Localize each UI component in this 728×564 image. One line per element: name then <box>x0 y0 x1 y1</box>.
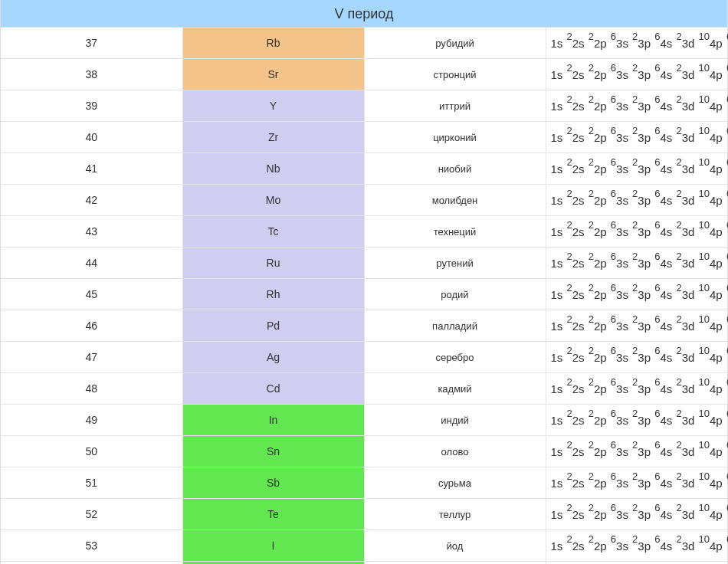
table-row: 49Inиндий1s 22s 22p 63s 23p 64s 23d 104p… <box>1 405 727 436</box>
table-row: 50Snолово1s 22s 22p 63s 23p 64s 23d 104p… <box>1 436 727 467</box>
electron-configuration: 1s 22s 22p 63s 23p 64s 23d 104p 65s 24d … <box>546 562 727 565</box>
element-symbol: Xe <box>182 562 364 565</box>
element-symbol: Tc <box>182 216 364 248</box>
table-row: 48Cdкадмий1s 22s 22p 63s 23p 64s 23d 104… <box>1 373 727 405</box>
atomic-number: 44 <box>1 248 182 279</box>
table-row: 40Zrцирконий1s 22s 22p 63s 23p 64s 23d 1… <box>1 122 727 153</box>
atomic-number: 47 <box>1 342 182 373</box>
atomic-number: 52 <box>1 499 182 530</box>
atomic-number: 46 <box>1 310 182 342</box>
atomic-number: 54 <box>1 562 182 565</box>
electron-configuration: 1s 22s 22p 63s 23p 64s 23d 104p 65s 14d … <box>546 153 727 185</box>
atomic-number: 51 <box>1 467 182 499</box>
electron-configuration: 1s 22s 22p 63s 23p 64s 23d 104p 65s 04d … <box>546 310 727 342</box>
electron-configuration: 1s 22s 22p 63s 23p 64s 23d 104p 65s 24d … <box>546 122 727 153</box>
electron-configuration: 1s 22s 22p 63s 23p 64s 23d 104p 65s 24d … <box>546 405 727 436</box>
element-name: кадмий <box>364 373 546 405</box>
element-name: иттрий <box>364 90 546 122</box>
element-symbol: Zr <box>182 122 364 153</box>
period-table-wrap: V период 37Rbрубидий1s 22s 22p 63s 23p 6… <box>0 0 728 564</box>
element-name: родий <box>364 279 546 310</box>
electron-configuration: 1s 22s 22p 63s 23p 64s 23d 104p 65s 2 <box>546 59 727 90</box>
element-name: сурьма <box>364 467 546 499</box>
atomic-number: 42 <box>1 185 182 216</box>
element-symbol: Rh <box>182 279 364 310</box>
element-name: рубидий <box>364 28 546 59</box>
table-title: V период <box>1 0 727 28</box>
element-symbol: Y <box>182 90 364 122</box>
electron-configuration: 1s 22s 22p 63s 23p 64s 23d 104p 65s 14d … <box>546 279 727 310</box>
element-symbol: Sr <box>182 59 364 90</box>
element-symbol: Ag <box>182 342 364 373</box>
element-symbol: Nb <box>182 153 364 185</box>
element-symbol: Pd <box>182 310 364 342</box>
table-row: 46Pdпалладий1s 22s 22p 63s 23p 64s 23d 1… <box>1 310 727 342</box>
table-row: 53Iйод1s 22s 22p 63s 23p 64s 23d 104p 65… <box>1 530 727 562</box>
electron-configuration: 1s 22s 22p 63s 23p 64s 23d 104p 65s 24d … <box>546 436 727 467</box>
table-row: 42Moмолибден1s 22s 22p 63s 23p 64s 23d 1… <box>1 185 727 216</box>
element-symbol: Te <box>182 499 364 530</box>
atomic-number: 40 <box>1 122 182 153</box>
electron-configuration: 1s 22s 22p 63s 23p 64s 23d 104p 65s 24d … <box>546 90 727 122</box>
element-symbol: Sn <box>182 436 364 467</box>
element-symbol: In <box>182 405 364 436</box>
electron-configuration: 1s 22s 22p 63s 23p 64s 23d 104p 65s 224d… <box>546 467 727 499</box>
atomic-number: 41 <box>1 153 182 185</box>
element-name: серебро <box>364 342 546 373</box>
atomic-number: 53 <box>1 530 182 562</box>
element-symbol: Mo <box>182 185 364 216</box>
table-row: 41Nbниобий1s 22s 22p 63s 23p 64s 23d 104… <box>1 153 727 185</box>
atomic-number: 43 <box>1 216 182 248</box>
atomic-number: 38 <box>1 59 182 90</box>
element-symbol: Cd <box>182 373 364 405</box>
element-symbol: Sb <box>182 467 364 499</box>
electron-configuration: 1s 22s 22p 63s 23p 64s 23d 104p 65s 24d … <box>546 499 727 530</box>
element-name: олово <box>364 436 546 467</box>
atomic-number: 39 <box>1 90 182 122</box>
table-row: 54Xeксенон1s 22s 22p 63s 23p 64s 23d 104… <box>1 562 727 565</box>
electron-configuration: 1s 22s 22p 63s 23p 64s 23d 104p 65s 1 <box>546 28 727 59</box>
table-row: 52Teтеллур1s 22s 22p 63s 23p 64s 23d 104… <box>1 499 727 530</box>
element-name: теллур <box>364 499 546 530</box>
element-name: йод <box>364 530 546 562</box>
element-name: молибден <box>364 185 546 216</box>
table-row: 47Agсеребро1s 22s 22p 63s 23p 64s 23d 10… <box>1 342 727 373</box>
element-name: ксенон <box>364 562 546 565</box>
electron-configuration: 1s 22s 22p 63s 23p 64s 23d 104p 65s 14d … <box>546 185 727 216</box>
element-symbol: Ru <box>182 248 364 279</box>
element-symbol: I <box>182 530 364 562</box>
period-table: V период 37Rbрубидий1s 22s 22p 63s 23p 6… <box>1 0 727 564</box>
table-row: 44Ruрутений1s 22s 22p 63s 23p 64s 23d 10… <box>1 248 727 279</box>
element-name: ниобий <box>364 153 546 185</box>
element-name: рутений <box>364 248 546 279</box>
electron-configuration: 1s 22s 22p 63s 23p 64s 23d 104p 65s 24d … <box>546 373 727 405</box>
element-name: палладий <box>364 310 546 342</box>
electron-configuration: 1s 22s 22p 63s 23p 64s 23d 104p 65s 14d … <box>546 248 727 279</box>
table-row: 51Sbсурьма1s 22s 22p 63s 23p 64s 23d 104… <box>1 467 727 499</box>
element-symbol: Rb <box>182 28 364 59</box>
table-row: 43Tcтехнеций1s 22s 22p 63s 23p 64s 23d 1… <box>1 216 727 248</box>
atomic-number: 49 <box>1 405 182 436</box>
atomic-number: 48 <box>1 373 182 405</box>
electron-configuration: 1s 22s 22p 63s 23p 64s 23d 104p 65s 24d … <box>546 530 727 562</box>
atomic-number: 50 <box>1 436 182 467</box>
element-name: цирконий <box>364 122 546 153</box>
element-name: стронций <box>364 59 546 90</box>
table-row: 39Yиттрий1s 22s 22p 63s 23p 64s 23d 104p… <box>1 90 727 122</box>
atomic-number: 37 <box>1 28 182 59</box>
electron-configuration: 1s 22s 22p 63s 23p 64s 23d 104p 65s 24d … <box>546 216 727 248</box>
atomic-number: 45 <box>1 279 182 310</box>
table-row: 37Rbрубидий1s 22s 22p 63s 23p 64s 23d 10… <box>1 28 727 59</box>
table-row: 45Rhродий1s 22s 22p 63s 23p 64s 23d 104p… <box>1 279 727 310</box>
element-name: индий <box>364 405 546 436</box>
table-row: 38Srстронций1s 22s 22p 63s 23p 64s 23d 1… <box>1 59 727 90</box>
electron-configuration: 1s 22s 22p 63s 23p 64s 23d 104p 65s 14d … <box>546 342 727 373</box>
element-name: технеций <box>364 216 546 248</box>
